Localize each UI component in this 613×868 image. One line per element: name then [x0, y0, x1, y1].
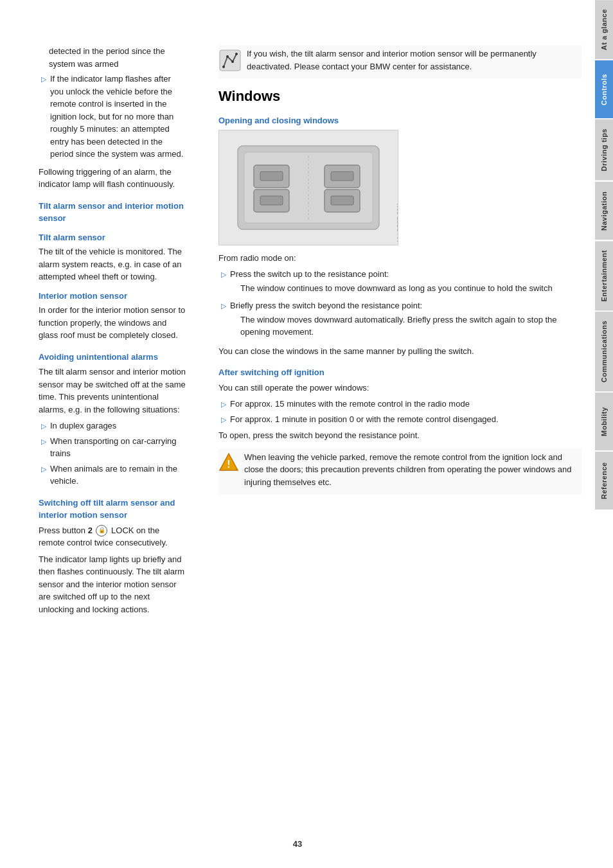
after-ignition-heading: After switching off ignition: [218, 366, 582, 379]
bullet-a: ▷ In duplex garages: [41, 420, 186, 432]
tilt-subheading: Tilt alarm sensor: [39, 231, 186, 244]
sensor-svg: [218, 49, 242, 72]
bullet-r1-sub: The window continues to move downward as…: [240, 282, 582, 295]
windows-heading: Windows: [218, 85, 582, 107]
intro-text1: detected in the period since the system …: [49, 45, 186, 70]
page-number: 43: [0, 833, 595, 855]
svg-rect-17: [331, 196, 353, 205]
svg-text:!: !: [227, 459, 230, 470]
bullet-arrow-a: ▷: [41, 421, 46, 432]
bullet-text-c: When animals are to remain in the vehicl…: [50, 463, 186, 488]
svg-rect-13: [260, 196, 283, 205]
switching-text3: The indicator lamp lights up briefly and…: [39, 553, 186, 616]
switching-text-combined: Press button 2 🔒 LOCK on the remote cont…: [39, 524, 186, 549]
bullet-arrow-r4: ▷: [221, 414, 226, 425]
close-text: You can close the windows in the same ma…: [218, 345, 582, 358]
sidebar-tab-controls[interactable]: Controls: [595, 60, 613, 118]
from-radio: From radio mode on:: [218, 252, 582, 265]
sidebar-tab-at-a-glance[interactable]: At a glance: [595, 0, 613, 59]
avoiding-heading: Avoiding unintentional alarms: [39, 351, 186, 364]
warning-block: ! When leaving the vehicle parked, remov…: [218, 448, 582, 495]
bullet-r1: ▷ Press the switch up to the resistance …: [221, 268, 582, 297]
right-column: If you wish, the tilt alarm sensor and i…: [199, 26, 595, 842]
windows-image: W95-EBBS-AR: [218, 130, 398, 245]
bullet-arrow-1: ▷: [41, 74, 46, 85]
bullet-text-r4: For approx. 1 minute in position 0 or wi…: [230, 413, 582, 426]
avoiding-text: The tilt alarm sensor and interior motio…: [39, 366, 186, 416]
svg-point-6: [231, 60, 234, 63]
to-open-text: To open, press the switch beyond the res…: [218, 429, 582, 442]
sidebar: At a glance Controls Driving tips Naviga…: [595, 0, 613, 868]
bullet-text-a: In duplex garages: [50, 420, 186, 432]
page-container: detected in the period since the system …: [0, 0, 613, 868]
image-watermark: W95-EBBS-AR: [394, 202, 398, 242]
bullet-text-1: If the indicator lamp flashes after you …: [50, 73, 186, 161]
section1-heading: Tilt alarm sensor and interior motion se…: [39, 200, 186, 225]
warning-icon: !: [218, 452, 239, 473]
interior-text: In order for the interior motion sensor …: [39, 304, 186, 342]
sidebar-tab-reference[interactable]: Reference: [595, 452, 613, 509]
sidebar-tab-driving-tips[interactable]: Driving tips: [595, 120, 613, 181]
interior-subheading: Interior motion sensor: [39, 290, 186, 303]
sidebar-tab-entertainment[interactable]: Entertainment: [595, 241, 613, 310]
svg-point-5: [226, 55, 229, 58]
lock-icon-inline: 🔒: [96, 525, 107, 536]
bullet-text-b: When transporting on car-carrying trains: [50, 435, 186, 460]
bullet-r2: ▷ Briefly press the switch beyond the re…: [221, 299, 582, 341]
bullet-r3: ▷ For approx. 15 minutes with the remote…: [221, 398, 582, 411]
bullet-r2-sub: The window moves downward automatically.…: [240, 314, 582, 339]
bullet-arrow-r2: ▷: [221, 301, 226, 312]
bullet-arrow-r1: ▷: [221, 269, 226, 280]
bullet-arrow-b: ▷: [41, 436, 46, 447]
bullet-text-r3: For approx. 15 minutes with the remote c…: [230, 398, 582, 411]
warning-svg: !: [218, 452, 239, 473]
left-column: detected in the period since the system …: [0, 26, 199, 842]
sidebar-tab-navigation[interactable]: Navigation: [595, 182, 613, 240]
svg-rect-16: [331, 172, 353, 181]
bullet-r4: ▷ For approx. 1 minute in position 0 or …: [221, 413, 582, 426]
bullet-b: ▷ When transporting on car-carrying trai…: [41, 435, 186, 460]
bullet-arrow-c: ▷: [41, 464, 46, 475]
after-text: You can still operate the power windows:: [218, 382, 582, 394]
svg-point-7: [235, 53, 238, 55]
sidebar-tab-communications[interactable]: Communications: [595, 312, 613, 391]
following-text: Following triggering of an alarm, the in…: [39, 166, 186, 191]
windows-image-inner: W95-EBBS-AR: [219, 130, 398, 245]
bullet-c: ▷ When animals are to remain in the vehi…: [41, 463, 186, 488]
sensor-note-block: If you wish, the tilt alarm sensor and i…: [218, 45, 582, 79]
bullet-arrow-r3: ▷: [221, 399, 226, 410]
tilt-text: The tilt of the vehicle is monitored. Th…: [39, 245, 186, 283]
bullet-text-r1: Press the switch up to the resistance po…: [230, 268, 582, 297]
sensor-icon: [218, 49, 242, 72]
svg-rect-12: [260, 172, 283, 181]
note-text: If you wish, the tilt alarm sensor and i…: [247, 48, 582, 73]
switching-heading: Switching off tilt alarm sensor and inte…: [39, 497, 186, 522]
bullet-item-1: ▷ If the indicator lamp flashes after yo…: [41, 73, 186, 161]
window-switch-svg: [225, 133, 392, 242]
svg-point-4: [222, 66, 225, 68]
bold-2: 2: [88, 526, 95, 535]
opening-subheading: Opening and closing windows: [218, 114, 582, 127]
warning-text: When leaving the vehicle parked, remove …: [244, 451, 582, 489]
sidebar-tab-mobility[interactable]: Mobility: [595, 393, 613, 450]
bullet-text-r2: Briefly press the switch beyond the resi…: [230, 299, 582, 341]
main-content: detected in the period since the system …: [0, 0, 595, 868]
